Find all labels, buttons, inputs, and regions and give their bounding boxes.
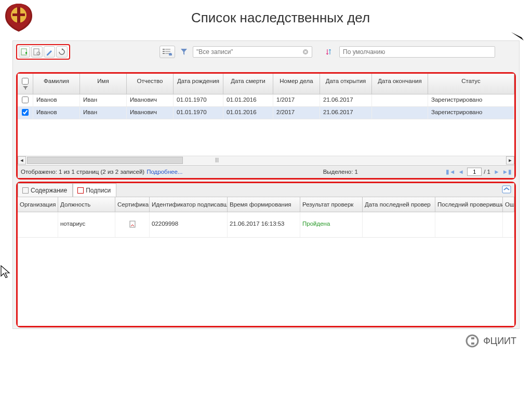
content-tab-icon: [22, 187, 29, 194]
scroll-right-icon[interactable]: ►: [506, 156, 514, 164]
cell-cert: [115, 212, 150, 237]
list-view-button[interactable]: [159, 46, 175, 58]
svg-rect-3: [21, 49, 26, 55]
edit-button[interactable]: [44, 46, 55, 58]
org-logo: [3, 2, 34, 33]
tab-label: Содержание: [31, 187, 67, 194]
filter-label: "Все записи": [196, 48, 233, 56]
scroll-mark: |||: [215, 157, 219, 162]
svg-rect-9: [165, 49, 170, 50]
add-button[interactable]: [19, 46, 30, 58]
svg-rect-10: [165, 51, 170, 52]
col-death[interactable]: Дата смерти: [223, 74, 273, 94]
filter-icon[interactable]: [178, 46, 190, 58]
col-org[interactable]: Организация: [18, 197, 58, 212]
cell-status: Зарегистрировано: [428, 107, 514, 119]
svg-rect-18: [471, 342, 474, 345]
grid-header: Фамилия Имя Отчество Дата рождения Дата …: [18, 74, 514, 94]
total-pages-label: / 1: [484, 169, 490, 175]
table-row[interactable]: Иванов Иван Иванович 01.01.1970 01.01.20…: [18, 94, 514, 107]
cell-patronymic: Иванович: [127, 94, 174, 106]
col-surname[interactable]: Фамилия: [33, 74, 80, 94]
next-page-button[interactable]: ►: [493, 168, 501, 176]
cell-who: [435, 212, 503, 237]
cell-result: Пройдена: [300, 212, 363, 237]
grid-footer: Отображено: 1 из 1 страниц (2 из 2 запис…: [18, 165, 514, 178]
svg-rect-17: [471, 337, 474, 339]
cell-opened: 21.06.2017: [320, 94, 372, 106]
col-res[interactable]: Результат проверк: [300, 197, 363, 212]
select-all-checkbox[interactable]: [22, 78, 29, 85]
row-checkbox[interactable]: [22, 109, 29, 116]
scroll-left-icon[interactable]: ◄: [18, 156, 26, 164]
certificate-icon[interactable]: [129, 221, 136, 228]
table-row[interactable]: Иванов Иван Иванович 01.01.1970 01.01.20…: [18, 107, 514, 119]
cell-surname: Иванов: [33, 94, 80, 106]
last-page-button[interactable]: ►▮: [503, 168, 511, 176]
col-time[interactable]: Время формирования: [228, 197, 300, 212]
col-closed[interactable]: Дата окончания: [372, 74, 428, 94]
toolbar: "Все записи" По умолчанию: [16, 44, 516, 60]
tab-signatures[interactable]: Подписи: [73, 183, 116, 197]
col-patronymic[interactable]: Отчество: [127, 74, 174, 94]
svg-rect-2: [12, 13, 25, 16]
svg-rect-6: [163, 49, 165, 50]
filter-col-icon[interactable]: [22, 86, 29, 90]
col-checkbox: [18, 74, 33, 94]
col-opened[interactable]: Дата открытия: [320, 74, 372, 94]
row-checkbox[interactable]: [22, 97, 29, 103]
cursor-icon: [0, 265, 11, 281]
tab-content[interactable]: Содержание: [18, 183, 73, 197]
svg-rect-7: [163, 51, 165, 52]
clear-filter-icon[interactable]: [302, 49, 309, 55]
cell-caseno: 1/2017: [273, 94, 320, 106]
detail-empty-space: [18, 238, 514, 326]
sort-icon[interactable]: [324, 46, 335, 58]
page-title: Список наследственных дел: [34, 10, 527, 26]
cell-last: [363, 212, 435, 237]
cell-time: 21.06.2017 16:13:53: [228, 212, 300, 237]
sort-label: По умолчанию: [343, 48, 385, 56]
cell-surname: Иванов: [33, 107, 80, 119]
filter-dropdown[interactable]: "Все записи": [193, 46, 312, 58]
cell-id: 02209998: [150, 212, 228, 237]
scroll-thumb[interactable]: [27, 157, 183, 164]
col-pos[interactable]: Должность: [58, 197, 115, 212]
col-name[interactable]: Имя: [80, 74, 127, 94]
col-last[interactable]: Дата последней провер: [363, 197, 435, 212]
pager: ▮◄ ◄ / 1 ► ►▮: [446, 168, 511, 176]
grid-body: Иванов Иван Иванович 01.01.1970 01.01.20…: [18, 94, 514, 156]
prev-page-button[interactable]: ◄: [457, 168, 465, 176]
collapse-button[interactable]: [502, 185, 511, 195]
tab-label: Подписи: [86, 187, 111, 194]
svg-point-16: [467, 335, 478, 347]
page-input[interactable]: [467, 168, 482, 176]
more-link[interactable]: Подробнее...: [147, 169, 182, 175]
cell-patronymic: Иванович: [127, 107, 174, 119]
cell-birth: 01.01.1970: [174, 94, 223, 106]
col-err[interactable]: Оши: [503, 197, 514, 212]
cell-opened: 21.06.2017: [320, 107, 372, 119]
cell-caseno: 2/2017: [273, 107, 320, 119]
col-who[interactable]: Последний проверивший: [435, 197, 503, 212]
selected-label: Выделено: 1: [234, 169, 446, 175]
col-birth[interactable]: Дата рождения: [174, 74, 223, 94]
horizontal-scrollbar[interactable]: ◄ ||| ►: [18, 156, 514, 165]
col-id[interactable]: Идентификатор подписавш: [150, 197, 228, 212]
signature-tab-icon: [77, 187, 84, 194]
cell-name: Иван: [80, 94, 127, 106]
page-footer: ФЦИИТ: [0, 329, 532, 353]
detail-tabs: Содержание Подписи: [18, 183, 514, 197]
refresh-button[interactable]: [56, 46, 68, 58]
brand-logo-icon: [466, 334, 479, 348]
svg-point-5: [37, 52, 40, 55]
col-cert[interactable]: Сертифика: [115, 197, 150, 212]
cell-closed: [372, 107, 428, 119]
detail-row[interactable]: нотариус 02209998 21.06.2017 16:13:53 Пр…: [18, 212, 514, 238]
col-caseno[interactable]: Номер дела: [273, 74, 320, 94]
first-page-button[interactable]: ▮◄: [446, 168, 455, 176]
sort-dropdown[interactable]: По умолчанию: [339, 46, 495, 58]
view-button[interactable]: [31, 46, 43, 58]
displayed-label: Отображено: 1 из 1 страниц (2 из 2 запис…: [21, 169, 144, 175]
col-status[interactable]: Статус: [428, 74, 514, 94]
